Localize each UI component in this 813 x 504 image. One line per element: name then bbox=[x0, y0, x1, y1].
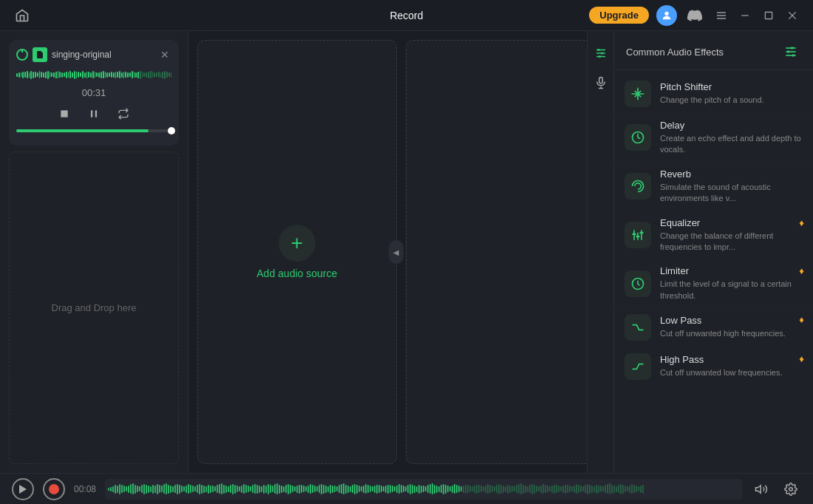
bottom-time-label: 00:08 bbox=[74, 484, 96, 494]
title-bar-left bbox=[12, 5, 33, 26]
svg-rect-17 bbox=[599, 78, 602, 84]
svg-rect-32 bbox=[640, 232, 644, 234]
progress-track[interactable] bbox=[16, 129, 171, 132]
effect-item-delay[interactable]: DelayCreate an echo effect and add depth… bbox=[614, 114, 813, 163]
effect-item-high-pass[interactable]: High PassCut off unwanted low frequencie… bbox=[614, 347, 813, 386]
effect-name: Limiter bbox=[660, 265, 803, 276]
effect-desc: Cut off unwanted low frequencies. bbox=[660, 367, 803, 378]
drop-zone[interactable]: Drag and Drop here bbox=[9, 151, 179, 464]
close-card-button[interactable]: ✕ bbox=[158, 48, 171, 61]
svg-point-14 bbox=[597, 49, 599, 51]
settings-button[interactable] bbox=[780, 479, 801, 500]
loop-button[interactable] bbox=[114, 104, 133, 123]
volume-button[interactable] bbox=[751, 479, 772, 500]
svg-rect-9 bbox=[91, 110, 92, 117]
premium-badge: ♦ bbox=[799, 353, 804, 364]
minimize-button[interactable] bbox=[736, 7, 754, 24]
effects-list: Pitch ShifterChange the pitch of a sound… bbox=[614, 70, 813, 473]
maximize-button[interactable] bbox=[760, 7, 778, 24]
svg-rect-10 bbox=[95, 110, 97, 117]
pause-button[interactable] bbox=[84, 104, 103, 123]
bottom-play-button[interactable] bbox=[12, 478, 34, 500]
right-panel-header: Common Audio Effects bbox=[614, 31, 813, 70]
premium-badge: ♦ bbox=[799, 265, 804, 276]
menu-button[interactable] bbox=[712, 7, 730, 24]
stop-button[interactable] bbox=[55, 104, 74, 123]
effect-desc: Create an echo effect and add depth to v… bbox=[660, 133, 803, 156]
playback-controls bbox=[16, 104, 171, 123]
discord-icon[interactable] bbox=[684, 5, 705, 26]
time-display: 00:31 bbox=[16, 87, 171, 98]
effect-item-equalizer[interactable]: EqualizerChange the balance of different… bbox=[614, 211, 813, 260]
upgrade-button[interactable]: Upgrade bbox=[589, 7, 649, 24]
svg-marker-34 bbox=[19, 485, 27, 494]
effect-desc: Limit the level of a signal to a certain… bbox=[660, 279, 803, 302]
add-audio-label: Add audio source bbox=[256, 268, 337, 279]
card-header-left: singing-original bbox=[16, 47, 112, 62]
pitch-icon bbox=[625, 81, 651, 107]
effect-name: Pitch Shifter bbox=[660, 81, 803, 92]
svg-point-36 bbox=[789, 487, 793, 491]
equalizer-icon bbox=[625, 222, 651, 248]
svg-point-24 bbox=[787, 50, 789, 52]
svg-point-0 bbox=[664, 11, 668, 15]
svg-point-15 bbox=[601, 52, 603, 55]
effect-name: Equalizer bbox=[660, 217, 803, 228]
mic-sidebar bbox=[587, 31, 613, 473]
left-panel: singing-original ✕ // Will render after … bbox=[0, 31, 188, 473]
drop-zone-label: Drag and Drop here bbox=[52, 302, 137, 313]
svg-marker-35 bbox=[756, 485, 761, 493]
card-header: singing-original ✕ bbox=[16, 47, 171, 62]
equalizer-side-icon[interactable] bbox=[591, 43, 611, 64]
premium-badge: ♦ bbox=[799, 314, 804, 325]
record-dot bbox=[49, 484, 59, 494]
effect-desc: Change the balance of different frequenc… bbox=[660, 231, 803, 253]
center-area: + Add audio source ◀ bbox=[188, 31, 613, 473]
svg-rect-31 bbox=[636, 236, 640, 238]
premium-badge: ♦ bbox=[799, 217, 804, 228]
mic-side-button[interactable] bbox=[591, 72, 611, 93]
effect-desc: Change the pitch of a sound. bbox=[660, 95, 803, 106]
svg-point-23 bbox=[791, 47, 793, 49]
audio-waveform: // Will render after DOM bbox=[16, 68, 171, 81]
avatar[interactable] bbox=[656, 5, 677, 26]
effect-name: Delay bbox=[660, 120, 803, 131]
effect-name: High Pass bbox=[660, 354, 803, 365]
title-bar-right: Upgrade bbox=[589, 5, 801, 26]
effect-item-pitch-shifter[interactable]: Pitch ShifterChange the pitch of a sound… bbox=[614, 75, 813, 114]
effect-item-reverb[interactable]: ReverbSimulate the sound of acoustic env… bbox=[614, 163, 813, 211]
progress-row bbox=[16, 129, 171, 132]
svg-rect-30 bbox=[633, 233, 636, 235]
window-controls bbox=[712, 7, 801, 24]
effect-item-limiter[interactable]: LimiterLimit the level of a signal to a … bbox=[614, 259, 813, 308]
right-panel: Common Audio Effects Pitch ShifterChange… bbox=[613, 31, 813, 473]
svg-rect-8 bbox=[61, 110, 67, 117]
add-audio-slot[interactable]: + Add audio source ◀ bbox=[197, 40, 397, 464]
audio-slot-2[interactable] bbox=[406, 40, 605, 464]
bottom-bar: 00:08 bbox=[0, 473, 813, 504]
bottom-waveform bbox=[105, 479, 742, 500]
add-circle: + bbox=[279, 225, 316, 262]
home-button[interactable] bbox=[12, 5, 33, 26]
svg-rect-5 bbox=[765, 12, 772, 18]
effects-panel-title: Common Audio Effects bbox=[626, 47, 724, 58]
reverb-icon bbox=[625, 173, 651, 200]
eq-settings-icon[interactable] bbox=[780, 41, 801, 62]
effect-name: Reverb bbox=[660, 168, 803, 180]
lowpass-icon bbox=[625, 314, 651, 341]
effect-item-low-pass[interactable]: Low PassCut off unwanted high frequencie… bbox=[614, 308, 813, 347]
power-icon[interactable] bbox=[16, 49, 28, 61]
progress-fill bbox=[16, 129, 149, 132]
title-bar: Record Upgrade bbox=[0, 0, 813, 31]
highpass-icon bbox=[625, 353, 651, 380]
audio-card: singing-original ✕ // Will render after … bbox=[9, 40, 179, 146]
collapse-arrow[interactable]: ◀ bbox=[389, 240, 404, 264]
bottom-record-button[interactable] bbox=[43, 478, 65, 500]
effect-desc: Cut off unwanted high frequencies. bbox=[660, 328, 803, 339]
main-content: singing-original ✕ // Will render after … bbox=[0, 31, 813, 473]
close-button[interactable] bbox=[783, 7, 801, 24]
file-icon bbox=[33, 47, 47, 62]
effect-desc: Simulate the sound of acoustic environme… bbox=[660, 182, 803, 205]
delay-icon bbox=[625, 124, 651, 151]
audio-card-title: singing-original bbox=[52, 50, 112, 60]
